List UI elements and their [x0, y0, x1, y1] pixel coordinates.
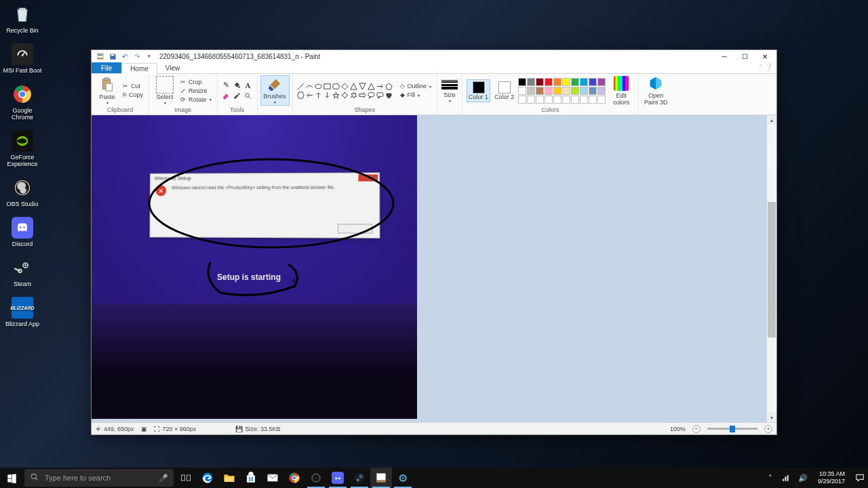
shape-item[interactable] — [323, 91, 332, 99]
taskbar-settings[interactable]: ⚙ — [392, 468, 414, 488]
shape-item[interactable] — [332, 82, 340, 90]
select-button[interactable]: Select ▾ — [153, 76, 176, 105]
palette-swatch[interactable] — [562, 78, 570, 86]
taskbar-clock[interactable]: 10:35 AM 9/29/2017 — [814, 470, 849, 485]
shape-item[interactable] — [297, 82, 305, 90]
shape-item[interactable] — [315, 91, 323, 99]
desktop-icon-discord[interactable]: Discord — [2, 217, 43, 247]
shape-item[interactable] — [359, 91, 367, 99]
eyedropper-tool[interactable] — [233, 92, 242, 101]
start-button[interactable] — [0, 468, 23, 488]
color2-button[interactable]: Color 2 — [493, 80, 515, 102]
palette-swatch[interactable] — [589, 87, 597, 95]
taskbar-mail[interactable] — [262, 468, 283, 488]
vertical-scrollbar[interactable]: ▴ ▾ — [767, 115, 776, 422]
save-icon[interactable] — [108, 52, 117, 61]
taskbar-chrome[interactable] — [283, 468, 305, 488]
shape-item[interactable] — [376, 91, 384, 99]
shapes-gallery[interactable] — [297, 82, 393, 99]
shape-item[interactable] — [376, 82, 384, 90]
magnifier-tool[interactable] — [243, 92, 253, 101]
titlebar[interactable]: ↶ ↷ ▾ 22093406_1346680555460713_68361483… — [92, 50, 776, 62]
palette-swatch[interactable] — [571, 96, 579, 104]
file-tab[interactable]: File — [92, 62, 121, 73]
shape-item[interactable] — [332, 91, 340, 99]
palette-swatch[interactable] — [562, 96, 570, 104]
palette-swatch[interactable] — [527, 78, 535, 86]
tray-overflow[interactable]: ˄ — [765, 472, 776, 483]
palette-swatch[interactable] — [580, 96, 588, 104]
shape-item[interactable] — [315, 82, 323, 90]
palette-swatch[interactable] — [536, 87, 544, 95]
shape-item[interactable] — [306, 91, 314, 99]
scroll-down-arrow[interactable]: ▾ — [767, 413, 776, 422]
home-tab[interactable]: Home — [121, 63, 157, 74]
shape-item[interactable] — [297, 91, 305, 99]
palette-swatch[interactable] — [527, 87, 535, 95]
scroll-thumb[interactable] — [768, 202, 776, 338]
undo-icon[interactable]: ↶ — [120, 52, 130, 61]
edit-colors-button[interactable]: Edit colors — [608, 76, 634, 106]
shape-item[interactable] — [306, 82, 314, 90]
tray-network-icon[interactable] — [781, 472, 792, 483]
palette-swatch[interactable] — [553, 87, 561, 95]
maximize-button[interactable]: ☐ — [734, 50, 755, 62]
palette-swatch[interactable] — [553, 78, 561, 86]
redo-icon[interactable]: ↷ — [132, 52, 142, 61]
palette-swatch[interactable] — [536, 78, 544, 86]
palette-swatch[interactable] — [527, 96, 535, 104]
shape-item[interactable] — [341, 82, 349, 90]
desktop-icon-recycle-bin[interactable]: Recycle Bin — [2, 3, 43, 34]
brushes-button[interactable]: Brushes ▾ — [260, 75, 290, 106]
shape-item[interactable] — [385, 82, 393, 90]
eraser-tool[interactable] — [222, 92, 231, 101]
shape-item[interactable] — [385, 91, 393, 99]
qat-dropdown-icon[interactable]: ▾ — [144, 52, 154, 61]
desktop-icon-obs-studio[interactable]: OBS Studio — [2, 177, 43, 207]
palette-swatch[interactable] — [553, 96, 561, 104]
ribbon-collapse-icon[interactable]: ˇ — [760, 64, 762, 70]
palette-swatch[interactable] — [597, 87, 606, 95]
shape-outline-button[interactable]: ◇Outline ▾ — [399, 82, 433, 90]
action-center-icon[interactable] — [854, 472, 865, 483]
tray-volume-icon[interactable]: 🔊 — [797, 472, 808, 483]
scroll-up-arrow[interactable]: ▴ — [767, 115, 776, 125]
palette-swatch[interactable] — [597, 96, 606, 104]
palette-swatch[interactable] — [545, 96, 553, 104]
palette-swatch[interactable] — [545, 87, 553, 95]
paint-app-icon[interactable] — [96, 52, 105, 61]
taskbar-steam[interactable] — [349, 468, 370, 488]
zoom-slider[interactable] — [707, 428, 757, 430]
shape-item[interactable] — [350, 91, 358, 99]
palette-swatch[interactable] — [571, 87, 579, 95]
fill-tool[interactable] — [233, 81, 242, 90]
shape-item[interactable] — [323, 82, 332, 90]
cut-button[interactable]: ✂Cut — [121, 82, 144, 90]
open-paint-3d-button[interactable]: Open Paint 3D — [643, 76, 669, 106]
palette-swatch[interactable] — [597, 78, 606, 86]
palette-swatch[interactable] — [518, 87, 526, 95]
taskbar-discord[interactable] — [327, 468, 349, 488]
desktop-icon-steam[interactable]: Steam — [2, 257, 43, 287]
task-view-button[interactable] — [175, 468, 197, 488]
taskbar-obs[interactable] — [305, 468, 327, 488]
palette-swatch[interactable] — [518, 96, 526, 104]
taskbar-paint[interactable] — [370, 468, 392, 488]
desktop-icon-msi-fast-boot[interactable]: MSI Fast Boot — [2, 43, 43, 74]
size-button[interactable]: Size ▾ — [441, 78, 458, 103]
mic-icon[interactable]: 🎤 — [159, 474, 168, 483]
palette-swatch[interactable] — [589, 96, 597, 104]
shape-item[interactable] — [368, 91, 376, 99]
zoom-out-button[interactable]: − — [692, 425, 701, 433]
palette-swatch[interactable] — [536, 96, 544, 104]
desktop-icon-geforce-experience[interactable]: GeForce Experience — [2, 130, 43, 167]
taskbar-file-explorer[interactable] — [218, 468, 240, 488]
copy-button[interactable]: ⎘Copy — [121, 91, 144, 99]
canvas-area[interactable]: Windows Setup ✕ Windows cannot read the … — [92, 115, 776, 422]
pencil-tool[interactable]: ✎ — [222, 81, 231, 90]
close-button[interactable]: ✕ — [755, 50, 775, 62]
palette-swatch[interactable] — [562, 87, 570, 95]
shape-fill-button[interactable]: ◆Fill ▾ — [399, 91, 433, 99]
palette-swatch[interactable] — [589, 78, 597, 86]
shape-item[interactable] — [359, 82, 367, 90]
